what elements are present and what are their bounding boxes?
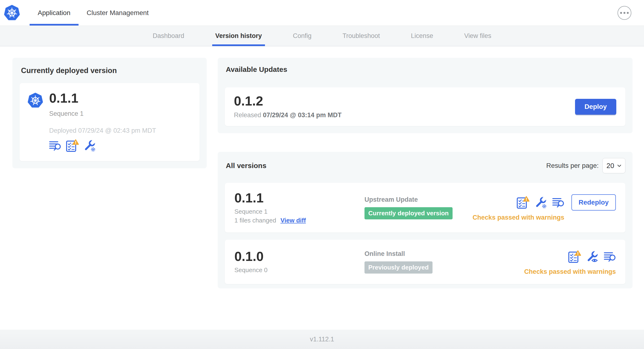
deployed-version-actions <box>49 139 156 152</box>
all-versions-title: All versions <box>226 162 266 170</box>
results-per-page-select[interactable]: 20 <box>602 158 626 173</box>
view-config-icon[interactable] <box>586 250 599 263</box>
all-versions-panel: All versions Results per page: 20 0.1.1 … <box>218 152 632 288</box>
version-source: Upstream Update <box>364 196 472 204</box>
row-sequence: Sequence 1 <box>234 208 364 215</box>
deploy-button[interactable]: Deploy <box>575 99 616 114</box>
top-bar: Application Cluster Management <box>0 0 644 26</box>
results-per-page-label: Results per page: <box>546 162 599 170</box>
preflight-checks-warning-icon[interactable] <box>66 139 79 152</box>
app-logo <box>4 0 20 26</box>
row-action-icons <box>516 194 564 210</box>
diff-logs-icon[interactable] <box>49 140 61 151</box>
released-label: Released <box>234 112 261 119</box>
subnav-config[interactable]: Config <box>277 26 327 46</box>
results-per-page-value: 20 <box>606 162 614 170</box>
row-version-number: 0.1.0 <box>234 250 364 263</box>
row-action-icons <box>568 248 616 265</box>
preflight-status-text: Checks passed with warnings <box>524 268 616 276</box>
chevron-down-icon <box>617 164 621 167</box>
diff-logs-icon[interactable] <box>604 251 616 262</box>
subnav-view-files[interactable]: View files <box>449 26 507 46</box>
deployed-version-number: 0.1.1 <box>49 92 156 105</box>
update-released-line: Released 07/29/24 @ 03:14 pm MDT <box>234 112 342 119</box>
version-history-page: Currently deployed version 0.1.1 Sequenc… <box>0 46 644 330</box>
subnav-dashboard[interactable]: Dashboard <box>137 26 200 46</box>
available-update-card: 0.1.2 Released 07/29/24 @ 03:14 pm MDT D… <box>225 87 626 126</box>
preflight-status-text: Checks passed with warnings <box>472 214 564 221</box>
deployed-version-card: 0.1.1 Sequence 1 Deployed 07/29/24 @ 02:… <box>20 83 200 161</box>
files-changed-label: 1 files changed <box>234 217 276 224</box>
kubernetes-app-icon <box>28 92 43 108</box>
top-tabs: Application Cluster Management <box>30 0 157 26</box>
row-version-number: 0.1.1 <box>234 192 364 204</box>
released-timestamp: 07/29/24 @ 03:14 pm MDT <box>263 112 342 119</box>
console-version: v1.112.1 <box>310 336 334 343</box>
available-updates-title: Available Updates <box>226 66 626 74</box>
currently-deployed-title: Currently deployed version <box>21 66 200 75</box>
tab-application[interactable]: Application <box>30 0 78 26</box>
edit-config-icon[interactable] <box>535 196 547 209</box>
app-footer: v1.112.1 <box>0 330 644 349</box>
currently-deployed-badge: Currently deployed version <box>364 207 452 220</box>
subnav-license[interactable]: License <box>396 26 449 46</box>
more-options-button[interactable] <box>618 6 631 20</box>
app-subnav: Dashboard Version history Config Trouble… <box>0 26 644 46</box>
tab-cluster-management[interactable]: Cluster Management <box>78 0 157 26</box>
edit-config-icon[interactable] <box>84 140 96 152</box>
deployed-timestamp: Deployed 07/29/24 @ 02:43 pm MDT <box>49 127 156 134</box>
subnav-troubleshoot[interactable]: Troubleshoot <box>327 26 396 46</box>
ellipsis-icon <box>620 12 622 14</box>
row-sequence: Sequence 0 <box>234 266 364 274</box>
preflight-checks-warning-icon[interactable] <box>516 196 530 209</box>
preflight-checks-warning-icon[interactable] <box>568 250 581 263</box>
redeploy-button[interactable]: Redeploy <box>572 194 616 210</box>
version-source: Online Install <box>364 250 524 258</box>
update-version-number: 0.1.2 <box>234 94 342 108</box>
version-row: 0.1.1 Sequence 1 1 files changed View di… <box>225 183 626 232</box>
kubernetes-logo-icon <box>4 5 20 21</box>
available-updates-panel: Available Updates 0.1.2 Released 07/29/2… <box>218 58 632 133</box>
previously-deployed-badge: Previously deployed <box>364 262 432 274</box>
deployed-sequence: Sequence 1 <box>49 110 156 118</box>
diff-logs-icon[interactable] <box>552 197 564 208</box>
currently-deployed-panel: Currently deployed version 0.1.1 Sequenc… <box>12 58 207 168</box>
subnav-version-history[interactable]: Version history <box>200 26 277 46</box>
version-row: 0.1.0 Sequence 0 Online Install Previous… <box>225 240 626 284</box>
view-diff-link[interactable]: View diff <box>280 217 306 224</box>
ellipsis-icon <box>624 12 626 14</box>
ellipsis-icon <box>627 12 629 14</box>
